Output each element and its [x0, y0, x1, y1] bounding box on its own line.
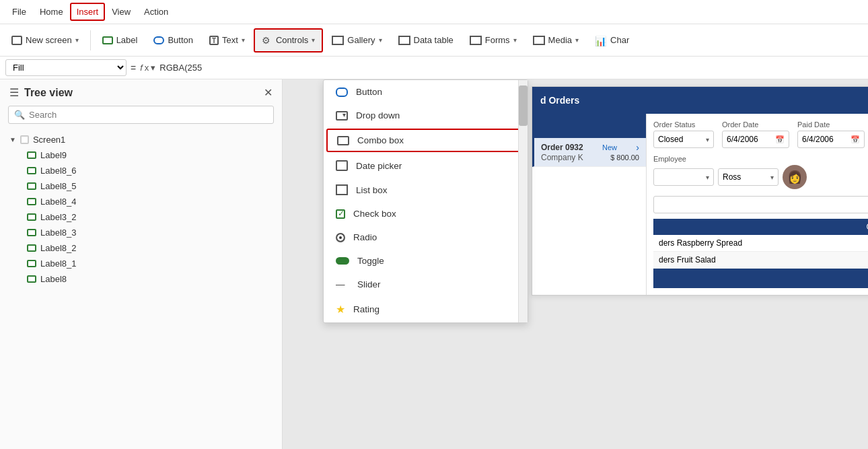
gallery-button[interactable]: Gallery ▾ [324, 28, 389, 53]
employee-label: Employee [653, 155, 807, 163]
button-button[interactable]: Button [146, 28, 201, 53]
dropdown-item-checkbox[interactable]: Check box [324, 202, 528, 226]
sidebar-search-box[interactable]: 🔍 [8, 106, 274, 124]
gallery-icon [332, 36, 344, 45]
listbox-icon [336, 184, 348, 195]
col-qty: Quantity [827, 219, 868, 235]
menu-home[interactable]: Home [33, 3, 70, 21]
menu-file[interactable]: File [5, 3, 33, 21]
formula-input[interactable] [159, 63, 863, 73]
order-status-select[interactable]: Closed ▾ [653, 131, 714, 148]
menu-insert[interactable]: Insert [70, 3, 106, 21]
forms-btn-label: Forms [485, 35, 510, 45]
label-icon-tree [27, 229, 36, 236]
property-selector[interactable]: Fill [5, 59, 126, 76]
text-button[interactable]: T Text ▾ [202, 28, 252, 53]
button-icon [336, 88, 348, 97]
tree-item-label8-4[interactable]: Label8_4 [0, 194, 282, 209]
tree-item-label8-6[interactable]: Label8_6 [0, 163, 282, 178]
radio-label: Radio [353, 232, 377, 242]
dropdown-scrollbar[interactable] [518, 80, 528, 322]
order-date-input[interactable]: 6/4/2006 📅 [722, 131, 789, 148]
label-icon-tree [27, 198, 36, 205]
tree-item-label3-2[interactable]: Label3_2 [0, 209, 282, 225]
hamburger-icon[interactable]: ☰ [9, 86, 19, 99]
label-button[interactable]: Label [95, 28, 145, 53]
employee-select-2[interactable]: Ross ▾ [718, 168, 779, 186]
slider-icon: — [336, 279, 349, 289]
col-name [653, 219, 827, 235]
tree-item-label8-5[interactable]: Label8_5 [0, 178, 282, 194]
employee-select-1[interactable]: ▾ [653, 168, 714, 186]
sidebar: ☰ Tree view ✕ 🔍 ▼ Screen1 Label9 Label8_… [0, 79, 283, 449]
calendar-icon: 📅 [775, 135, 785, 144]
new-screen-icon [11, 36, 22, 45]
toggle-icon [336, 257, 349, 265]
label8-1-text: Label8_1 [40, 258, 77, 269]
dropdown-item-button[interactable]: Button [324, 80, 528, 104]
tree-item-label9[interactable]: Label9 [0, 147, 282, 163]
dropdown-item-combobox[interactable]: Combo box [326, 129, 525, 152]
rating-label: Rating [353, 304, 379, 314]
data-table-btn-label: Data table [414, 35, 454, 45]
text-icon: T [209, 36, 219, 45]
label3-2-text: Label3_2 [40, 212, 77, 222]
search-input[interactable] [29, 110, 268, 120]
form-text-row [653, 196, 868, 213]
tree-item-screen1[interactable]: ▼ Screen1 [0, 132, 282, 147]
form-details: Order Status Closed ▾ Order Date 6/4/200… [647, 114, 868, 295]
label-icon-tree [27, 182, 36, 190]
dropdown-item-rating[interactable]: ★ Rating [324, 296, 528, 322]
controls-chevron: ▾ [312, 36, 315, 44]
new-screen-label: New screen [26, 35, 72, 45]
tree-item-label8-2[interactable]: Label8_2 [0, 240, 282, 256]
notes-input[interactable] [653, 196, 868, 213]
media-button[interactable]: Media ▾ [526, 28, 586, 53]
form-row-2: Employee ▾ Ross ▾ 👩 [653, 155, 868, 189]
forms-icon [470, 36, 482, 45]
label8-text: Label8 [40, 274, 67, 284]
menu-action[interactable]: Action [137, 3, 175, 21]
dropdown-item-listbox[interactable]: List box [324, 178, 528, 202]
controls-dropdown: Button Drop down Combo box Date picker L… [323, 79, 528, 323]
dropdown-item-radio[interactable]: Radio [324, 226, 528, 249]
controls-button[interactable]: ⚙ Controls ▾ [254, 28, 323, 53]
button-icon [153, 36, 164, 44]
fx-indicator: fx ▾ [140, 63, 155, 73]
close-icon[interactable]: ✕ [264, 86, 273, 99]
app-header: d Orders 🗑 + ✕ ✓ [532, 87, 868, 114]
dropdown-item-datepicker[interactable]: Date picker [324, 153, 528, 178]
order-date-value: 6/4/2006 [727, 135, 758, 144]
tree-item-label8-3[interactable]: Label8_3 [0, 225, 282, 240]
label8-4-text: Label8_4 [40, 197, 77, 207]
search-icon: 🔍 [14, 110, 25, 120]
toggle-label: Toggle [357, 256, 384, 266]
forms-button[interactable]: Forms ▾ [462, 28, 524, 53]
row1-qty: 90 [827, 235, 868, 252]
screen1-checkbox [20, 135, 29, 144]
orders-table: Quantity Unit Price Extended ders Raspbe… [653, 219, 868, 269]
form-row-1: Order Status Closed ▾ Order Date 6/4/200… [653, 120, 868, 148]
media-icon [533, 36, 545, 45]
dropdown-item-slider[interactable]: — Slider [324, 273, 528, 296]
new-screen-button[interactable]: New screen ▾ [4, 28, 86, 53]
ribbon: New screen ▾ Label Button T Text ▾ ⚙ Con… [0, 24, 868, 57]
forms-chevron: ▾ [513, 36, 517, 44]
tree-item-label8[interactable]: Label8 [0, 271, 282, 287]
menu-view[interactable]: View [105, 3, 137, 21]
data-table-button[interactable]: Data table [391, 28, 461, 53]
paid-date-value: 6/4/2006 [802, 135, 834, 144]
datepicker-icon [336, 160, 348, 171]
dropdown-item-toggle[interactable]: Toggle [324, 249, 528, 273]
formula-chevron[interactable]: ▾ [151, 63, 155, 73]
paid-date-input[interactable]: 6/4/2006 📅 [797, 131, 865, 148]
tree-item-label8-1[interactable]: Label8_1 [0, 256, 282, 271]
datepicker-label: Date picker [356, 161, 402, 171]
paid-date-label: Paid Date [797, 120, 865, 129]
dropdown-item-dropdown[interactable]: Drop down [324, 104, 528, 127]
order-item[interactable]: Order 0932 New › Company K $ 800.00 [532, 138, 646, 167]
chart-button[interactable]: 📊 Char [587, 28, 637, 53]
label9-text: Label9 [40, 150, 67, 160]
label-icon-tree [27, 151, 36, 159]
dropdown-label: Drop down [356, 110, 400, 120]
